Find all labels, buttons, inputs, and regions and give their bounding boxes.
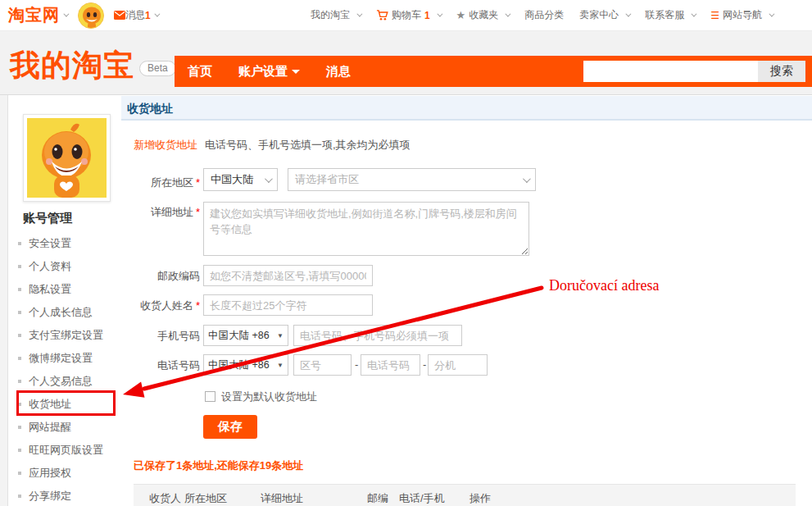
topbar-links: 我的淘宝 购物车1 ★ 收藏夹 商品分类 卖家中心 [311, 8, 773, 22]
nav-account-settings[interactable]: 账户设置 [238, 64, 300, 80]
address-textarea[interactable] [203, 202, 529, 256]
nav-messages[interactable]: 消息 [326, 64, 351, 80]
main-nav: 首页 账户设置 消息 搜索 [175, 56, 812, 87]
page-title: 收货地址 [121, 96, 812, 121]
site-nav-link[interactable]: ☰ 网站导航 [710, 8, 773, 22]
avatar-mascot-icon [79, 3, 104, 29]
col-address: 详细地址 [261, 491, 367, 506]
beta-badge: Beta [139, 61, 176, 76]
chevron-down-icon [523, 175, 531, 183]
recipient-name-input[interactable] [203, 294, 373, 316]
mobile-label: 手机号码 [121, 329, 200, 344]
sidebar-section-title: 账号管理 [23, 211, 72, 226]
bullet-icon [18, 380, 21, 383]
chevron-down-icon [437, 11, 442, 17]
search-input[interactable] [583, 61, 758, 82]
messages-menu[interactable]: 消息 1 [114, 8, 158, 22]
name-label: 收货人姓名* [121, 299, 200, 313]
chevron-down-icon [769, 11, 774, 17]
mobile-input[interactable] [293, 325, 462, 346]
bullet-icon [18, 495, 21, 498]
annotation-text: Doručovací adresa [549, 277, 659, 294]
chevron-down-icon [265, 175, 273, 183]
add-address-link[interactable]: 新增收货地址 [134, 138, 197, 153]
sidebar-item-share-binding[interactable]: 分享绑定 [9, 485, 121, 506]
sidebar-item-alipay-binding[interactable]: 支付宝绑定设置 [9, 324, 121, 347]
bullet-icon [18, 311, 21, 314]
phone-number-input[interactable] [361, 354, 420, 376]
topbar: 淘宝网 消息 1 我的淘宝 [0, 0, 812, 31]
required-mark: * [196, 176, 200, 189]
my-taobao-logo[interactable]: 我的淘宝 [10, 49, 134, 82]
categories-link[interactable]: 商品分类 [524, 8, 564, 22]
cart-link[interactable]: 购物车1 [376, 8, 441, 22]
phone-country-select[interactable]: 中国大陆 +86 ▼ [203, 354, 288, 376]
search-button[interactable]: 搜索 [758, 61, 805, 82]
address-table: 收货人 所在地区 详细地址 邮编 电话/手机 操作 [134, 484, 796, 506]
mascot-avatar-image [27, 118, 107, 198]
favorites-link[interactable]: ★ 收藏夹 [456, 8, 510, 22]
table-header-row: 收货人 所在地区 详细地址 邮编 电话/手机 操作 [134, 484, 796, 506]
sidebar-item-site-reminder[interactable]: 网站提醒 [9, 416, 121, 439]
sidebar-item-shipping-address[interactable]: 收货地址 [9, 393, 121, 416]
chevron-down-icon [356, 11, 362, 17]
country-select[interactable]: 中国大陆 [203, 168, 278, 191]
triangle-down-icon [292, 70, 300, 74]
required-mark: * [196, 206, 200, 218]
sidebar-item-privacy[interactable]: 隐私设置 [9, 278, 121, 301]
sidebar-item-trade-info[interactable]: 个人交易信息 [9, 370, 121, 393]
dash-separator: - [423, 358, 426, 371]
phone-area-input[interactable] [293, 354, 352, 376]
address-label: 详细地址* [121, 205, 200, 220]
nav-home[interactable]: 首页 [188, 64, 212, 80]
sidebar-menu: 安全设置 个人资料 隐私设置 个人成长信息 支付宝绑定设置 微博绑定设置 个人交… [9, 232, 121, 506]
customer-service-link[interactable]: 联系客服 [645, 8, 695, 22]
sidebar-item-profile[interactable]: 个人资料 [9, 255, 121, 278]
province-select[interactable]: 请选择省市区 [288, 168, 536, 191]
star-icon: ★ [456, 9, 466, 21]
save-button[interactable]: 保存 [203, 415, 257, 439]
bullet-icon [18, 403, 21, 406]
messages-label: 消息 [125, 8, 145, 22]
cart-icon [376, 9, 388, 21]
form-tip: 电话号码、手机号选填一项,其余均为必填项 [205, 138, 411, 153]
sidebar-item-app-authorization[interactable]: 应用授权 [9, 462, 121, 485]
bullet-icon [18, 334, 21, 337]
sidebar-item-weibo-binding[interactable]: 微博绑定设置 [9, 347, 121, 370]
zip-input[interactable] [203, 265, 373, 286]
mobile-country-select[interactable]: 中国大陆 +86 ▼ [203, 325, 288, 346]
hamburger-menu-icon: ☰ [710, 10, 719, 21]
region-label: 所在地区* [121, 171, 200, 194]
cart-count: 1 [424, 10, 430, 21]
col-actions: 操作 [470, 491, 796, 506]
phone-ext-input[interactable] [428, 354, 488, 376]
sidebar-item-wangwang-web[interactable]: 旺旺网页版设置 [9, 439, 121, 462]
main-panel: 收货地址 新增收货地址 电话号码、手机号选填一项,其余均为必填项 所在地区* 中… [121, 96, 812, 506]
col-recipient: 收货人 [134, 491, 184, 506]
required-mark: * [196, 299, 200, 312]
chevron-down-icon [626, 11, 632, 17]
triangle-down-icon: ▼ [274, 332, 284, 340]
dash-separator: - [355, 358, 358, 371]
my-taobao-link[interactable]: 我的淘宝 [311, 8, 361, 22]
profile-avatar[interactable] [23, 114, 111, 202]
chevron-down-icon [506, 11, 511, 17]
seller-center-link[interactable]: 卖家中心 [579, 8, 629, 22]
bullet-icon [18, 472, 21, 475]
bullet-icon [18, 242, 21, 245]
sidebar-item-security[interactable]: 安全设置 [9, 232, 121, 255]
chevron-down-icon [692, 11, 697, 17]
messages-count: 1 [145, 10, 151, 21]
taobao-logo[interactable]: 淘宝网 [8, 4, 60, 26]
sidebar-item-growth-info[interactable]: 个人成长信息 [9, 301, 121, 324]
search-bar: 搜索 [583, 61, 805, 82]
left-gutter [0, 95, 8, 506]
user-avatar[interactable] [78, 2, 104, 29]
header-band: 我的淘宝 Beta 首页 账户设置 消息 搜索 [0, 31, 812, 94]
saved-addresses-info: 已保存了1条地址,还能保存19条地址 [134, 458, 303, 473]
col-phone: 电话/手机 [399, 491, 470, 506]
triangle-down-icon: ▼ [274, 362, 284, 369]
default-address-checkbox[interactable] [205, 391, 215, 402]
phone-label: 电话号码 [121, 358, 200, 373]
bullet-icon [18, 357, 21, 360]
